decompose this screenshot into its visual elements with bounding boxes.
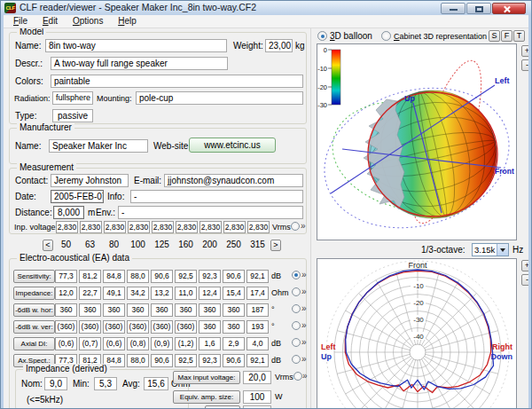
ea-value-field[interactable]: 4,0 (246, 337, 269, 350)
polar-zoom-out-button[interactable]: - (521, 274, 528, 286)
ea-value-field[interactable]: 88,0 (127, 354, 149, 367)
radiation-field[interactable]: fullsphere (52, 91, 93, 105)
ea-row-more[interactable]: » (301, 354, 307, 364)
inp-voltage-radio[interactable] (291, 222, 300, 231)
weight-field[interactable]: 23,00 (265, 39, 293, 52)
inp-voltage-field[interactable]: 2,830 (128, 221, 150, 233)
polar-zoom-in-button[interactable]: + (521, 260, 528, 271)
website-button[interactable]: www.etcinc.us (189, 138, 276, 153)
ea-value-field[interactable]: (360) (79, 320, 101, 334)
balloon-zoom-in-button[interactable]: + (521, 45, 528, 57)
balloon-zoom-out-button[interactable]: - (521, 59, 528, 71)
ea-value-field[interactable]: 90,6 (151, 354, 173, 367)
ea-value-field[interactable]: 84,8 (103, 270, 125, 283)
close-button[interactable] (492, 3, 526, 14)
mounting-field[interactable]: pole-cup (136, 91, 303, 105)
f-button[interactable]: F (501, 30, 512, 42)
title-bar[interactable]: CLF CLF reader/viewer - Speaker Maker In… (1, 1, 531, 15)
equiv-amp-size-field[interactable]: 100 (243, 390, 271, 404)
gain-field[interactable]: 17,0 (243, 405, 271, 409)
maximize-button[interactable] (466, 3, 491, 14)
band-next-button[interactable]: > (270, 240, 281, 251)
ea-row-button[interactable]: Impedance: (13, 287, 55, 300)
ea-row-more[interactable]: » (301, 270, 307, 279)
ea-row-radio[interactable] (292, 338, 301, 347)
ea-value-field[interactable]: 1,6 (199, 337, 221, 350)
ea-value-field[interactable]: 88,0 (127, 270, 149, 283)
inp-voltage-field[interactable]: 2,830 (104, 221, 126, 233)
mfr-name-field[interactable]: Speaker Maker Inc (49, 139, 148, 153)
ea-value-field[interactable]: (0,9) (151, 337, 173, 350)
ea-value-field[interactable]: 360 (151, 303, 173, 317)
email-field[interactable]: jjohnston@synaudcon.com (164, 174, 303, 187)
menu-options[interactable]: Options (66, 15, 109, 27)
ea-value-field[interactable]: 77,3 (55, 270, 77, 283)
ea-row-more[interactable]: » (301, 320, 307, 330)
t-button[interactable]: T (513, 30, 525, 42)
ea-row-more[interactable]: » (301, 337, 307, 347)
ea-value-field[interactable]: 90,6 (151, 270, 173, 283)
ea-value-field[interactable]: 13,2 (151, 287, 173, 300)
cabinet-3d-radio-label[interactable]: Cabinet 3D representation (394, 32, 487, 41)
ea-value-field[interactable]: 92,1 (246, 270, 269, 283)
cabinet-3d-radio[interactable] (381, 31, 391, 41)
inp-voltage-field[interactable]: 2,830 (200, 221, 222, 233)
info-field[interactable]: - (130, 190, 303, 203)
minimize-button[interactable] (441, 3, 466, 14)
ea-row-radio[interactable] (292, 321, 301, 330)
ea-row-more[interactable]: » (301, 287, 307, 296)
ea-value-field[interactable]: 15,4 (223, 287, 245, 300)
s-button[interactable]: S (489, 30, 500, 42)
ea-value-field[interactable]: (0,6) (103, 337, 125, 350)
menu-help[interactable]: Help (112, 15, 143, 27)
max-input-more[interactable]: » (302, 371, 308, 381)
ea-value-field[interactable]: 34,2 (127, 287, 149, 300)
ea-value-field[interactable]: 360 (103, 303, 125, 317)
date-field[interactable]: 2005-FEB-07 (51, 190, 104, 203)
ea-value-field[interactable]: (1,2) (175, 337, 197, 350)
ea-row-radio[interactable] (292, 271, 301, 279)
ea-value-field[interactable]: 193 (246, 320, 269, 334)
ea-row-button[interactable]: Sensitivity: (13, 270, 55, 283)
ea-value-field[interactable]: 360 (223, 320, 245, 334)
ea-value-field[interactable]: 49,1 (103, 287, 125, 300)
ea-value-field[interactable]: 187 (246, 303, 269, 317)
octave-select-button[interactable] (497, 244, 508, 256)
menu-edit[interactable]: Edit (36, 15, 64, 27)
ea-value-field[interactable]: (360) (151, 320, 173, 334)
ea-value-field[interactable]: 92,5 (175, 270, 197, 283)
ea-value-field[interactable]: 12,0 (55, 287, 77, 300)
band-prev-button[interactable]: < (43, 240, 53, 251)
ea-value-field[interactable]: 17,4 (246, 287, 269, 300)
3d-balloon-radio[interactable] (317, 31, 327, 41)
ea-value-field[interactable]: 90,6 (223, 270, 245, 283)
ea-value-field[interactable]: (360) (127, 320, 149, 334)
ea-value-field[interactable]: 92,1 (246, 354, 269, 367)
polar-plot[interactable]: -10-20-30-40FrontLeftUpRightDown (317, 258, 517, 409)
ea-value-field[interactable]: (360) (103, 320, 125, 334)
max-input-radio[interactable] (293, 372, 302, 381)
max-input-voltage-field[interactable]: 20,0 (243, 371, 271, 384)
ea-value-field[interactable]: 360 (223, 303, 245, 317)
colors-field[interactable]: paintable (51, 75, 303, 88)
balloon-plot[interactable]: Left Up Front 0 -10 -20 -30 (317, 43, 517, 240)
ea-row-button[interactable]: -6dB w. ver: (13, 320, 55, 334)
ea-value-field[interactable]: 360 (175, 303, 197, 317)
ea-value-field[interactable]: 90,6 (223, 354, 245, 367)
distance-field[interactable]: 8,000 (53, 206, 84, 219)
ea-value-field[interactable]: 12,4 (199, 287, 221, 300)
contact-field[interactable]: Jeremy Johnston (51, 174, 129, 187)
env-field[interactable]: - (118, 206, 303, 219)
inp-voltage-field[interactable]: 2,830 (176, 221, 198, 233)
inp-voltage-more[interactable]: » (301, 221, 306, 231)
ea-value-field[interactable]: 92,3 (199, 354, 221, 367)
inp-voltage-field[interactable]: 2,830 (152, 221, 174, 233)
ea-row-button[interactable]: -6dB w. hor: (13, 303, 55, 317)
model-name-field[interactable]: 8in two-way (45, 39, 227, 52)
octave-select[interactable]: 3.15k (472, 243, 509, 256)
max-input-voltage-button[interactable]: Max input voltage: (173, 371, 240, 384)
avg-field[interactable]: 15,6 (144, 377, 168, 390)
equiv-amp-size-button[interactable]: Equiv. amp. size: (173, 390, 240, 404)
ea-row-radio[interactable] (292, 287, 301, 296)
ea-value-field[interactable]: (360) (55, 320, 77, 334)
